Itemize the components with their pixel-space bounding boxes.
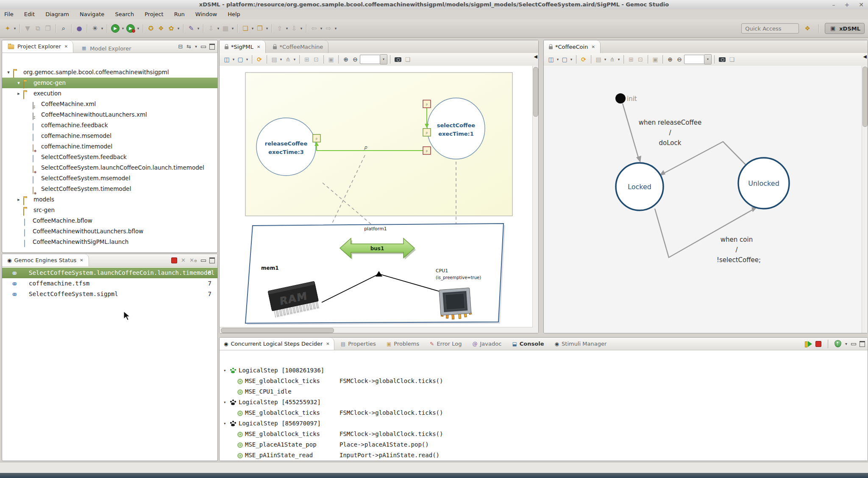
layers-icon[interactable]: ❏ [403,55,412,64]
zoom-out-icon[interactable]: ⊖ [675,55,684,64]
tree-row-file[interactable]: coffemachine.feedback [2,120,217,131]
engine-row[interactable]: ⚙⚙ SelectCoffeeSystem.sigpml 7 [2,289,217,299]
mse-event-row[interactable]: MSE_placeA1State_pop Place->placeA1State… [220,439,868,450]
gemoc-dropdown[interactable]: ▾ [176,26,181,31]
initial-state-node[interactable] [615,93,626,103]
tree-row-file[interactable]: SelectCoffeeSystem.launchCoffeeCoin.laun… [2,162,217,173]
application-selectCoffee[interactable] [427,98,485,159]
tab-sigpml[interactable]: *SigPML ✕ [220,40,266,53]
print-diagram-icon[interactable]: ⊡ [312,55,320,64]
collapse-all-icon[interactable]: ⊟ [178,40,183,53]
expander-icon[interactable]: ▾ [223,365,226,376]
tab-properties[interactable]: ▤ Properties [337,338,380,350]
paste-dropdown[interactable]: ▾ [279,57,283,61]
print-icon[interactable]: ❐ [43,24,53,33]
zoom-level-input[interactable] [360,55,380,64]
refresh-icon[interactable]: ⟳ [255,55,264,64]
maximize-view-icon[interactable] [209,257,215,263]
minimize-icon[interactable]: – [832,0,835,9]
prev-annotation-dropdown[interactable]: ▾ [285,26,289,31]
tab-error-log[interactable]: ✎ Error Log [426,338,466,350]
expander-icon[interactable]: ▾ [16,78,22,88]
decider-menu-icon[interactable]: ▾ [845,338,847,350]
zoom-level-dropdown[interactable]: ▾ [380,54,387,64]
palette-collapse-icon[interactable]: ◀ [863,54,867,59]
mse-event-row[interactable]: MSE_CPU1_idle [220,386,868,397]
tree-row-models[interactable]: ▸ models [2,194,217,205]
save-all-icon[interactable]: ⧉ [33,24,42,33]
menu-search[interactable]: Search [111,9,138,20]
tab-steps-decider[interactable]: ◉ Concurrent Logical Steps Decider ✕ [220,338,334,350]
tree-row-file[interactable]: CoffeeMachinewithSigPML.launch [2,237,217,247]
coffeecoin-canvas[interactable]: init when releaseCoffee / doLock when co… [544,66,868,333]
back-dropdown[interactable]: ▾ [319,26,323,31]
prev-annotation-icon[interactable]: ⇧ [275,24,284,33]
tree-row-execution[interactable]: ▸ execution [2,88,217,99]
snapshot-icon[interactable] [719,57,726,62]
view-menu-icon[interactable]: ▾ [195,40,197,53]
tree-row-file[interactable]: SelectCoffeeSystem.msemodel [2,173,217,184]
transition-locked-to-unlocked[interactable] [655,209,754,257]
tab-console[interactable]: ⬓ Console [508,338,548,350]
menu-diagram[interactable]: Diagram [41,9,73,20]
expander-icon[interactable]: ▸ [16,88,22,99]
arrange-icon[interactable]: ◫ [547,55,555,64]
maximize-view-icon[interactable] [860,341,865,347]
copy-to-clipboard-icon[interactable]: ▣ [651,55,659,64]
select-dropdown[interactable]: ▾ [245,57,249,61]
close-icon[interactable]: ✕ [859,0,864,9]
filter-dropdown[interactable]: ▾ [292,57,297,61]
logical-step-group[interactable]: ▾ LogicalStep [455255932] [220,397,868,408]
tree-row-file[interactable]: SelectCoffeeSystem.feedback [2,152,217,162]
export-image-icon[interactable]: ⊞ [303,55,311,64]
application-releaseCoffee[interactable] [256,118,316,176]
expander-icon[interactable]: ▸ [16,194,22,205]
filter-icon[interactable]: ⋔ [608,55,616,64]
new-file-dropdown[interactable]: ▾ [250,26,255,31]
transition-init-to-locked[interactable] [623,103,638,157]
select-icon[interactable]: ▢ [236,55,245,64]
mse-event-row[interactable]: MSE_globalClock_ticks FSMClock->globalCl… [220,408,868,418]
horizontal-scrollbar[interactable] [220,327,533,333]
save-icon[interactable]: ▼ [23,24,32,33]
paste-dropdown[interactable]: ▾ [603,57,607,61]
mse-event-row[interactable]: MSE_globalClock_ticks FSMClock->globalCl… [220,376,868,386]
model-edit-dropdown[interactable]: ▾ [196,26,200,31]
expander-icon[interactable]: ▾ [223,418,226,429]
tab-problems[interactable]: ▣ Problems [382,338,423,350]
menu-help[interactable]: Help [223,9,245,20]
logical-step-group[interactable]: ▾ LogicalStep [1008261936] [220,365,868,376]
tab-coffeecoin[interactable]: *CoffeeCoin ✕ [544,40,601,53]
filter-dropdown[interactable]: ▾ [617,57,621,61]
vertical-scrollbar[interactable] [532,66,538,333]
zoom-level-input[interactable] [684,55,704,64]
tab-gemoc-engines-status[interactable]: ◉ Gemoc Engines Status ✕ [2,254,89,266]
run-icon[interactable]: ▶ [111,24,120,33]
engine-row[interactable]: ⚙⚙ coffemachine.tfsm 7 [2,278,217,289]
palette-collapse-icon[interactable]: ◀ [534,54,537,59]
open-element-icon[interactable]: ❐ [255,24,264,33]
paste-icon[interactable]: ▤ [594,55,603,64]
stop-engine-icon[interactable] [171,257,177,263]
maximize-icon[interactable]: + [845,0,850,9]
gemoc-engine-icon[interactable]: ✪ [146,24,156,33]
sigpml-canvas[interactable]: platform1 bus1 mem1 RAM CPU1 (is_pr [220,66,538,333]
stop-icon[interactable] [815,341,821,347]
run-dropdown[interactable]: ▾ [121,26,125,31]
menu-file[interactable]: File [0,9,18,20]
copy-to-clipboard-icon[interactable]: ▣ [327,55,335,64]
layers-icon[interactable]: ❏ [728,55,736,64]
gemoc-model-icon[interactable]: ❖ [156,24,166,33]
show-table-icon[interactable]: ▦ [221,24,230,33]
next-annotation-icon[interactable]: ⇩ [289,24,299,33]
new-wizard-dropdown[interactable]: ▾ [13,26,17,31]
minimize-view-icon[interactable] [201,45,206,48]
vertical-scrollbar[interactable] [862,66,868,333]
forward-icon[interactable]: ⇨ [324,24,333,33]
tree-row-file[interactable]: CoffeeMachine.bflow [2,215,217,226]
arrange-dropdown[interactable]: ▾ [231,57,236,61]
debug-icon[interactable]: ▶ [126,24,135,33]
tab-coffeemachine[interactable]: *CoffeeMachine [268,40,328,53]
tab-stimuli-manager[interactable]: ◉ Stimuli Manager [551,338,611,350]
arrange-icon[interactable]: ◫ [223,55,231,64]
